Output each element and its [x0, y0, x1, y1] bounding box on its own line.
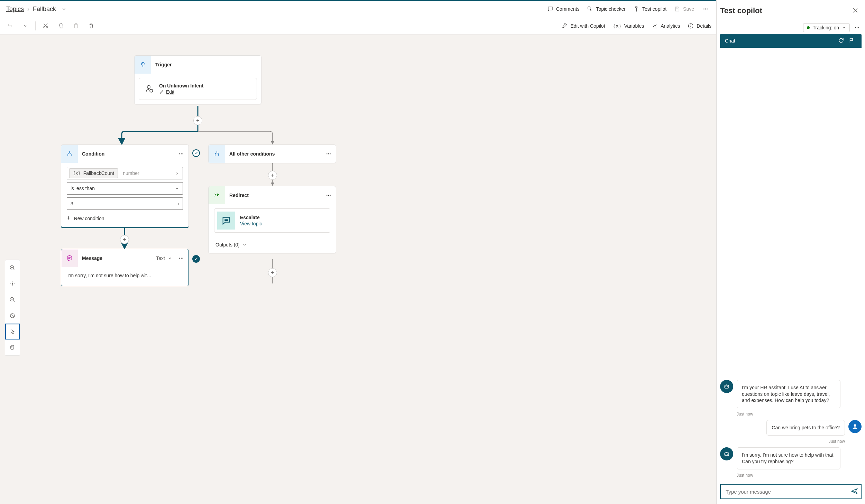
svg-rect-17	[725, 385, 729, 388]
tracking-label: Tracking: on	[812, 25, 839, 30]
message-node[interactable]: Message Text ⋯ I'm sorry, I'm not sure h…	[61, 249, 189, 286]
person-gear-icon	[145, 84, 154, 94]
message-timestamp: Just now	[720, 439, 862, 444]
variables-button[interactable]: {x} Variables	[613, 23, 644, 29]
send-button[interactable]	[850, 487, 858, 496]
reset-zoom-button[interactable]	[5, 308, 20, 324]
chat-flag-button[interactable]	[846, 37, 857, 45]
new-condition-button[interactable]: + New condition	[67, 215, 183, 222]
svg-point-18	[725, 386, 726, 387]
copy-button[interactable]	[56, 21, 66, 31]
condition-operator-select[interactable]: is less than	[67, 182, 183, 195]
bot-avatar-icon	[720, 380, 733, 393]
delete-button[interactable]	[86, 21, 96, 31]
topic-picker-chevron[interactable]	[61, 6, 67, 12]
authoring-canvas[interactable]: + + + + Trigger On Unknown Intent	[0, 35, 716, 504]
chat-input[interactable]	[720, 484, 862, 499]
status-dot-icon	[807, 26, 810, 29]
pan-tool-button[interactable]	[5, 339, 20, 355]
close-panel-button[interactable]	[852, 7, 859, 15]
test-copilot-panel: Test copilot Tracking: on ⋯ Chat I'm you…	[716, 0, 865, 504]
svg-point-19	[727, 386, 728, 387]
svg-point-9	[142, 63, 144, 64]
cut-button[interactable]	[40, 21, 51, 31]
details-button[interactable]: Details	[688, 23, 711, 29]
bot-message: I'm your HR assitant! I use AI to answer…	[737, 380, 840, 409]
breadcrumb-current: Fallback	[33, 6, 56, 13]
chat-header: Chat	[720, 34, 862, 48]
condition-operator-value: is less than	[71, 186, 95, 191]
svg-point-11	[150, 89, 153, 92]
breadcrumb: Topics › Fallback	[6, 6, 67, 13]
svg-point-23	[727, 454, 728, 455]
all-other-conditions-node[interactable]: All other conditions ⋯	[208, 144, 336, 163]
svg-point-12	[67, 256, 72, 260]
paste-button	[71, 21, 81, 31]
condition-variable-name: FallbackCount	[83, 170, 114, 176]
trigger-event-card[interactable]: On Unknown Intent Edit	[139, 78, 257, 100]
message-title: Message	[78, 255, 156, 261]
condition-menu[interactable]: ⋯	[175, 151, 188, 157]
add-node-button[interactable]: +	[193, 116, 202, 125]
tracking-check-icon	[192, 255, 200, 263]
view-topic-link[interactable]: View topic	[240, 221, 262, 226]
add-node-button[interactable]: +	[120, 235, 129, 244]
trigger-edit-link[interactable]: Edit	[159, 89, 203, 95]
variable-picker-open[interactable]: ›	[172, 170, 183, 176]
chat-icon	[217, 212, 235, 230]
redirect-target-card[interactable]: Escalate View topic	[214, 208, 330, 233]
cursor-tool-button[interactable]	[5, 324, 20, 339]
fit-button[interactable]	[5, 276, 20, 292]
message-icon	[61, 249, 78, 267]
all-other-menu[interactable]: ⋯	[322, 151, 336, 157]
condition-value-field[interactable]: 3 ›	[67, 197, 183, 210]
zoom-out-button[interactable]	[5, 292, 20, 308]
chat-restart-button[interactable]	[836, 37, 846, 45]
message-type-label: Text	[156, 255, 165, 261]
redirect-node[interactable]: Redirect ⋯ Escalate View topic O	[208, 186, 336, 253]
new-condition-label: New condition	[74, 216, 104, 221]
edit-with-copilot-button[interactable]: Edit with Copilot	[561, 23, 605, 29]
analytics-button[interactable]: Analytics	[652, 23, 680, 29]
breadcrumb-root[interactable]: Topics	[6, 6, 24, 13]
svg-rect-21	[725, 453, 729, 456]
bot-message: I'm sorry, I'm not sure how to help with…	[737, 447, 840, 469]
redirect-target-name: Escalate	[240, 215, 262, 220]
edit-with-copilot-label: Edit with Copilot	[570, 23, 605, 29]
message-timestamp: Just now	[720, 412, 862, 417]
breadcrumb-sep: ›	[27, 6, 29, 13]
test-panel-overflow[interactable]: ⋯	[855, 25, 860, 30]
trigger-title: Trigger	[151, 62, 261, 67]
chat-input-field[interactable]	[725, 488, 850, 495]
condition-value: 3	[71, 201, 73, 206]
trigger-node[interactable]: Trigger On Unknown Intent Edit	[134, 55, 261, 104]
message-menu[interactable]: ⋯	[175, 255, 188, 261]
user-avatar-icon	[848, 420, 862, 433]
svg-point-0	[588, 7, 591, 9]
chat-header-title: Chat	[725, 38, 836, 44]
add-node-button[interactable]: +	[268, 268, 277, 277]
message-type-chevron[interactable]	[168, 256, 172, 260]
comments-button[interactable]: Comments	[547, 6, 580, 12]
overflow-menu[interactable]: ⋯	[702, 6, 710, 12]
chat-transcript: I'm your HR assitant! I use AI to answer…	[717, 48, 865, 481]
user-message: Can we bring pets to the office?	[766, 420, 845, 436]
redirect-outputs-toggle[interactable]: Outputs (0)	[214, 237, 330, 249]
comments-label: Comments	[556, 6, 580, 12]
condition-node[interactable]: Condition ⋯ {x} FallbackCount number › i…	[61, 144, 189, 228]
undo-history-button[interactable]	[20, 21, 30, 31]
editor-toolbar: Edit with Copilot {x} Variables Analytic…	[0, 17, 716, 35]
tracking-toggle[interactable]: Tracking: on	[803, 23, 850, 32]
topic-checker-button[interactable]: Topic checker	[587, 6, 626, 12]
message-body-preview[interactable]: I'm sorry, I'm not sure how to help wit…	[61, 267, 188, 286]
bot-avatar-icon	[720, 447, 733, 460]
condition-variable-field[interactable]: {x} FallbackCount number ›	[67, 167, 183, 179]
zoom-in-button[interactable]	[5, 260, 20, 276]
test-copilot-label: Test copilot	[642, 6, 666, 12]
svg-rect-3	[59, 24, 62, 27]
svg-point-14	[12, 283, 13, 285]
test-copilot-button[interactable]: Test copilot	[633, 6, 666, 12]
add-node-button[interactable]: +	[268, 171, 277, 180]
redirect-menu[interactable]: ⋯	[322, 193, 336, 198]
branch-icon	[209, 145, 225, 163]
